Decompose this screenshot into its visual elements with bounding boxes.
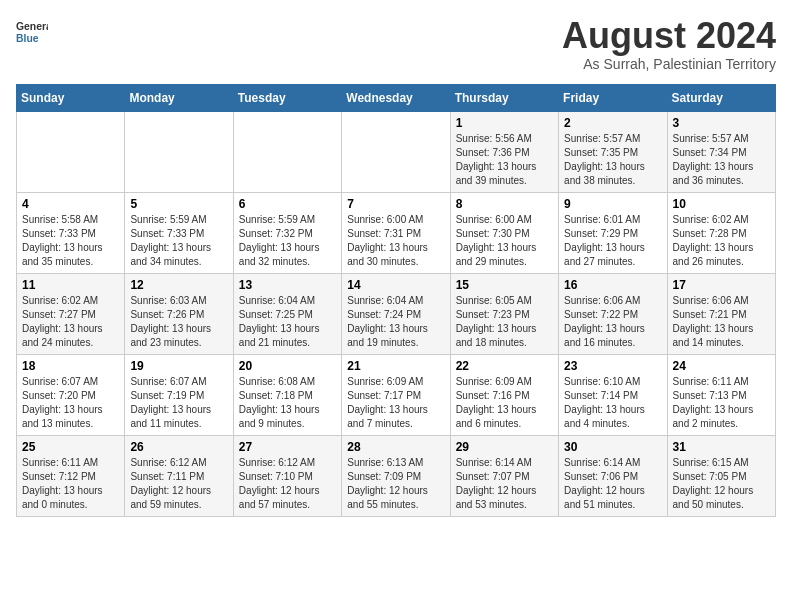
day-number: 5 [130,197,227,211]
day-info: Sunrise: 6:00 AMSunset: 7:31 PMDaylight:… [347,214,428,267]
day-info: Sunrise: 6:08 AMSunset: 7:18 PMDaylight:… [239,376,320,429]
day-number: 30 [564,440,661,454]
svg-text:Blue: Blue [16,33,39,44]
day-info: Sunrise: 6:00 AMSunset: 7:30 PMDaylight:… [456,214,537,267]
calendar-cell: 12 Sunrise: 6:03 AMSunset: 7:26 PMDaylig… [125,273,233,354]
calendar-cell: 29 Sunrise: 6:14 AMSunset: 7:07 PMDaylig… [450,435,558,516]
page-title: August 2024 [562,16,776,56]
day-number: 13 [239,278,336,292]
day-info: Sunrise: 6:12 AMSunset: 7:11 PMDaylight:… [130,457,211,510]
header-saturday: Saturday [667,84,775,111]
day-info: Sunrise: 6:10 AMSunset: 7:14 PMDaylight:… [564,376,645,429]
day-info: Sunrise: 6:15 AMSunset: 7:05 PMDaylight:… [673,457,754,510]
calendar-cell: 2 Sunrise: 5:57 AMSunset: 7:35 PMDayligh… [559,111,667,192]
day-number: 9 [564,197,661,211]
day-number: 31 [673,440,770,454]
day-info: Sunrise: 6:13 AMSunset: 7:09 PMDaylight:… [347,457,428,510]
calendar-week-1: 1 Sunrise: 5:56 AMSunset: 7:36 PMDayligh… [17,111,776,192]
day-number: 14 [347,278,444,292]
day-number: 20 [239,359,336,373]
calendar-week-4: 18 Sunrise: 6:07 AMSunset: 7:20 PMDaylig… [17,354,776,435]
day-number: 8 [456,197,553,211]
calendar-cell: 25 Sunrise: 6:11 AMSunset: 7:12 PMDaylig… [17,435,125,516]
calendar-cell [342,111,450,192]
calendar-table: Sunday Monday Tuesday Wednesday Thursday… [16,84,776,517]
day-number: 2 [564,116,661,130]
header-monday: Monday [125,84,233,111]
calendar-cell: 16 Sunrise: 6:06 AMSunset: 7:22 PMDaylig… [559,273,667,354]
calendar-cell: 5 Sunrise: 5:59 AMSunset: 7:33 PMDayligh… [125,192,233,273]
calendar-cell: 30 Sunrise: 6:14 AMSunset: 7:06 PMDaylig… [559,435,667,516]
day-info: Sunrise: 6:14 AMSunset: 7:07 PMDaylight:… [456,457,537,510]
title-section: August 2024 As Surrah, Palestinian Terri… [562,16,776,72]
day-info: Sunrise: 6:04 AMSunset: 7:25 PMDaylight:… [239,295,320,348]
page-header: General Blue August 2024 As Surrah, Pale… [16,16,776,72]
day-info: Sunrise: 5:57 AMSunset: 7:34 PMDaylight:… [673,133,754,186]
day-info: Sunrise: 6:04 AMSunset: 7:24 PMDaylight:… [347,295,428,348]
calendar-cell: 6 Sunrise: 5:59 AMSunset: 7:32 PMDayligh… [233,192,341,273]
calendar-cell [125,111,233,192]
calendar-cell: 3 Sunrise: 5:57 AMSunset: 7:34 PMDayligh… [667,111,775,192]
calendar-cell: 14 Sunrise: 6:04 AMSunset: 7:24 PMDaylig… [342,273,450,354]
day-number: 21 [347,359,444,373]
calendar-cell: 18 Sunrise: 6:07 AMSunset: 7:20 PMDaylig… [17,354,125,435]
calendar-cell: 10 Sunrise: 6:02 AMSunset: 7:28 PMDaylig… [667,192,775,273]
day-number: 11 [22,278,119,292]
day-number: 3 [673,116,770,130]
calendar-cell: 31 Sunrise: 6:15 AMSunset: 7:05 PMDaylig… [667,435,775,516]
day-info: Sunrise: 6:11 AMSunset: 7:13 PMDaylight:… [673,376,754,429]
calendar-cell: 21 Sunrise: 6:09 AMSunset: 7:17 PMDaylig… [342,354,450,435]
calendar-week-2: 4 Sunrise: 5:58 AMSunset: 7:33 PMDayligh… [17,192,776,273]
day-info: Sunrise: 6:06 AMSunset: 7:22 PMDaylight:… [564,295,645,348]
day-number: 19 [130,359,227,373]
header-friday: Friday [559,84,667,111]
day-info: Sunrise: 5:56 AMSunset: 7:36 PMDaylight:… [456,133,537,186]
day-number: 24 [673,359,770,373]
day-number: 15 [456,278,553,292]
calendar-cell: 11 Sunrise: 6:02 AMSunset: 7:27 PMDaylig… [17,273,125,354]
day-info: Sunrise: 6:09 AMSunset: 7:17 PMDaylight:… [347,376,428,429]
day-number: 17 [673,278,770,292]
calendar-cell: 23 Sunrise: 6:10 AMSunset: 7:14 PMDaylig… [559,354,667,435]
day-number: 27 [239,440,336,454]
day-number: 12 [130,278,227,292]
day-info: Sunrise: 6:03 AMSunset: 7:26 PMDaylight:… [130,295,211,348]
header-tuesday: Tuesday [233,84,341,111]
day-number: 16 [564,278,661,292]
day-number: 7 [347,197,444,211]
header-wednesday: Wednesday [342,84,450,111]
calendar-cell: 9 Sunrise: 6:01 AMSunset: 7:29 PMDayligh… [559,192,667,273]
day-info: Sunrise: 6:01 AMSunset: 7:29 PMDaylight:… [564,214,645,267]
day-info: Sunrise: 6:06 AMSunset: 7:21 PMDaylight:… [673,295,754,348]
day-number: 10 [673,197,770,211]
day-info: Sunrise: 5:57 AMSunset: 7:35 PMDaylight:… [564,133,645,186]
day-info: Sunrise: 6:07 AMSunset: 7:19 PMDaylight:… [130,376,211,429]
calendar-cell: 1 Sunrise: 5:56 AMSunset: 7:36 PMDayligh… [450,111,558,192]
calendar-week-3: 11 Sunrise: 6:02 AMSunset: 7:27 PMDaylig… [17,273,776,354]
day-number: 28 [347,440,444,454]
day-info: Sunrise: 5:58 AMSunset: 7:33 PMDaylight:… [22,214,103,267]
calendar-cell: 28 Sunrise: 6:13 AMSunset: 7:09 PMDaylig… [342,435,450,516]
logo-icon: General Blue [16,16,48,48]
header-sunday: Sunday [17,84,125,111]
day-info: Sunrise: 6:05 AMSunset: 7:23 PMDaylight:… [456,295,537,348]
calendar-cell: 26 Sunrise: 6:12 AMSunset: 7:11 PMDaylig… [125,435,233,516]
calendar-cell [17,111,125,192]
header-row: Sunday Monday Tuesday Wednesday Thursday… [17,84,776,111]
header-thursday: Thursday [450,84,558,111]
day-number: 6 [239,197,336,211]
day-number: 18 [22,359,119,373]
day-info: Sunrise: 5:59 AMSunset: 7:32 PMDaylight:… [239,214,320,267]
calendar-cell: 8 Sunrise: 6:00 AMSunset: 7:30 PMDayligh… [450,192,558,273]
day-info: Sunrise: 6:11 AMSunset: 7:12 PMDaylight:… [22,457,103,510]
day-info: Sunrise: 6:12 AMSunset: 7:10 PMDaylight:… [239,457,320,510]
logo: General Blue [16,16,48,48]
calendar-cell: 13 Sunrise: 6:04 AMSunset: 7:25 PMDaylig… [233,273,341,354]
calendar-cell: 19 Sunrise: 6:07 AMSunset: 7:19 PMDaylig… [125,354,233,435]
day-number: 29 [456,440,553,454]
day-info: Sunrise: 6:09 AMSunset: 7:16 PMDaylight:… [456,376,537,429]
calendar-cell: 27 Sunrise: 6:12 AMSunset: 7:10 PMDaylig… [233,435,341,516]
day-number: 4 [22,197,119,211]
day-number: 23 [564,359,661,373]
calendar-cell: 17 Sunrise: 6:06 AMSunset: 7:21 PMDaylig… [667,273,775,354]
